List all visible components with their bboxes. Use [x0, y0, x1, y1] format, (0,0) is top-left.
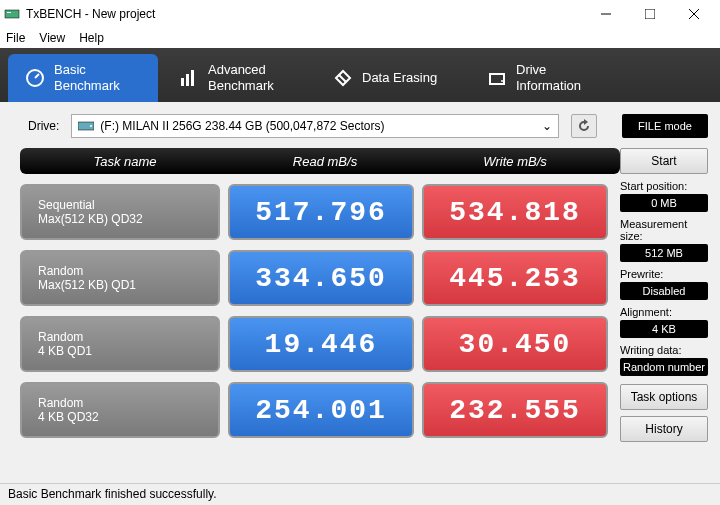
- tab-label: Drive Information: [516, 62, 581, 93]
- alignment-value[interactable]: 4 KB: [620, 320, 708, 338]
- table-row: Random4 KB QD32 254.001 232.555: [20, 382, 620, 438]
- drive-select[interactable]: (F:) MILAN II 256G 238.44 GB (500,047,87…: [71, 114, 559, 138]
- svg-rect-0: [5, 10, 19, 18]
- measurement-size-label: Measurement size:: [620, 218, 708, 242]
- menubar: File View Help: [0, 28, 720, 48]
- menu-file[interactable]: File: [6, 31, 25, 45]
- table-row: RandomMax(512 KB) QD1 334.650 445.253: [20, 250, 620, 306]
- tab-drive-information[interactable]: Drive Information: [470, 54, 620, 102]
- refresh-icon: [577, 119, 591, 133]
- header-task: Task name: [20, 154, 230, 169]
- chevron-down-icon: ⌄: [542, 119, 552, 133]
- menu-help[interactable]: Help: [79, 31, 104, 45]
- close-button[interactable]: [672, 0, 716, 28]
- svg-rect-12: [490, 74, 504, 84]
- tab-basic-benchmark[interactable]: Basic Benchmark: [8, 54, 158, 102]
- table-row: Random4 KB QD1 19.446 30.450: [20, 316, 620, 372]
- drive-icon: [486, 67, 508, 89]
- task-options-button[interactable]: Task options: [620, 384, 708, 410]
- write-value: 534.818: [422, 184, 608, 240]
- refresh-button[interactable]: [571, 114, 597, 138]
- app-icon: [4, 6, 20, 22]
- tab-data-erasing[interactable]: Data Erasing: [316, 54, 466, 102]
- start-position-value[interactable]: 0 MB: [620, 194, 708, 212]
- titlebar: TxBENCH - New project: [0, 0, 720, 28]
- svg-rect-9: [186, 74, 189, 86]
- writing-data-value[interactable]: Random number: [620, 358, 708, 376]
- drive-row: Drive: (F:) MILAN II 256G 238.44 GB (500…: [28, 114, 708, 138]
- svg-point-13: [501, 80, 503, 82]
- tab-advanced-benchmark[interactable]: Advanced Benchmark: [162, 54, 312, 102]
- prewrite-value[interactable]: Disabled: [620, 282, 708, 300]
- svg-rect-1: [7, 12, 11, 13]
- read-value: 517.796: [228, 184, 414, 240]
- table-header: Task name Read mB/s Write mB/s: [20, 148, 620, 174]
- benchmark-icon: [24, 67, 46, 89]
- read-value: 254.001: [228, 382, 414, 438]
- window-title: TxBENCH - New project: [26, 7, 584, 21]
- menu-view[interactable]: View: [39, 31, 65, 45]
- header-read: Read mB/s: [230, 154, 420, 169]
- svg-point-15: [90, 125, 92, 127]
- drive-value: (F:) MILAN II 256G 238.44 GB (500,047,87…: [100, 119, 384, 133]
- prewrite-label: Prewrite:: [620, 268, 708, 280]
- hdd-icon: [78, 120, 94, 132]
- task-cell[interactable]: RandomMax(512 KB) QD1: [20, 250, 220, 306]
- measurement-size-value[interactable]: 512 MB: [620, 244, 708, 262]
- table-row: SequentialMax(512 KB) QD32 517.796 534.8…: [20, 184, 620, 240]
- write-value: 232.555: [422, 382, 608, 438]
- tab-label: Data Erasing: [362, 70, 437, 86]
- start-button[interactable]: Start: [620, 148, 708, 174]
- svg-rect-3: [645, 9, 655, 19]
- writing-data-label: Writing data:: [620, 344, 708, 356]
- svg-rect-8: [181, 78, 184, 86]
- svg-rect-10: [191, 70, 194, 86]
- header-write: Write mB/s: [420, 154, 610, 169]
- write-value: 30.450: [422, 316, 608, 372]
- start-position-label: Start position:: [620, 180, 708, 192]
- tab-label: Advanced Benchmark: [208, 62, 274, 93]
- minimize-button[interactable]: [584, 0, 628, 28]
- bars-icon: [178, 67, 200, 89]
- erase-icon: [332, 67, 354, 89]
- write-value: 445.253: [422, 250, 608, 306]
- task-cell[interactable]: Random4 KB QD1: [20, 316, 220, 372]
- tab-label: Basic Benchmark: [54, 62, 120, 93]
- benchmark-table: Task name Read mB/s Write mB/s Sequentia…: [20, 148, 620, 438]
- history-button[interactable]: History: [620, 416, 708, 442]
- task-cell[interactable]: SequentialMax(512 KB) QD32: [20, 184, 220, 240]
- read-value: 19.446: [228, 316, 414, 372]
- read-value: 334.650: [228, 250, 414, 306]
- svg-line-7: [35, 74, 39, 78]
- status-bar: Basic Benchmark finished successfully.: [0, 483, 720, 505]
- file-mode-button[interactable]: FILE mode: [622, 114, 708, 138]
- drive-label: Drive:: [28, 119, 59, 133]
- alignment-label: Alignment:: [620, 306, 708, 318]
- tabbar: Basic Benchmark Advanced Benchmark Data …: [0, 48, 720, 102]
- task-cell[interactable]: Random4 KB QD32: [20, 382, 220, 438]
- maximize-button[interactable]: [628, 0, 672, 28]
- sidebar: Start Start position:0 MB Measurement si…: [620, 148, 708, 442]
